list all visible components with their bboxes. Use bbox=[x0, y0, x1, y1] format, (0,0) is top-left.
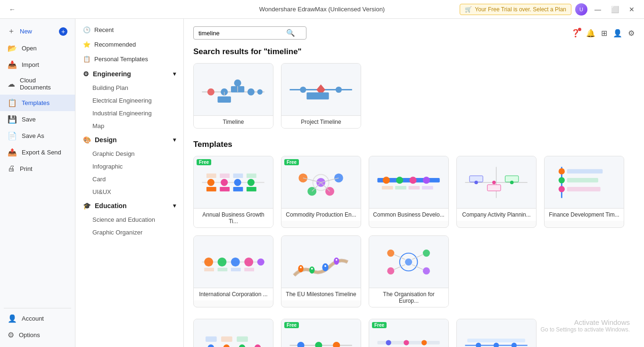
settings-button[interactable]: ⚙ bbox=[628, 29, 635, 38]
template-card-eu-milestones[interactable]: The EU Milestones Timeline bbox=[281, 235, 361, 307]
nav-sub-infographic[interactable]: Infographic bbox=[75, 160, 183, 173]
svg-rect-69 bbox=[218, 267, 228, 271]
save-icon: 💾 bbox=[8, 115, 17, 124]
avatar[interactable]: U bbox=[575, 3, 587, 16]
template-thumb-timeline bbox=[194, 64, 273, 115]
svg-point-53 bbox=[492, 180, 496, 184]
nav-category-education[interactable]: 🎓 Education ▾ bbox=[75, 198, 183, 213]
svg-point-19 bbox=[248, 178, 255, 186]
sidebar-item-open[interactable]: 📂 Open bbox=[0, 40, 75, 56]
svg-rect-46 bbox=[422, 186, 433, 190]
personal-icon: 📋 bbox=[83, 56, 91, 63]
account-icon: 👤 bbox=[8, 314, 17, 323]
svg-point-16 bbox=[207, 178, 215, 186]
template-thumb-international bbox=[194, 236, 273, 288]
template-thumb-annual: Free bbox=[194, 156, 273, 208]
minimize-button[interactable]: — bbox=[591, 3, 604, 16]
grid-button[interactable]: ⊞ bbox=[601, 29, 607, 38]
template-card-international[interactable]: International Corporation ... bbox=[193, 235, 273, 307]
sidebar-item-saveas[interactable]: 📄 Save As bbox=[0, 128, 75, 144]
template-card-annual-business[interactable]: Free bbox=[193, 156, 273, 228]
sidebar-divider bbox=[4, 308, 71, 308]
template-card-free-3[interactable]: Free Business Plan Ti... bbox=[369, 319, 449, 347]
sidebar-item-export[interactable]: 📤 Export & Send bbox=[0, 144, 75, 161]
svg-point-5 bbox=[257, 89, 263, 94]
sidebar-item-import[interactable]: 📥 Import bbox=[0, 56, 75, 73]
svg-point-85 bbox=[423, 267, 430, 274]
nav-recent[interactable]: 🕒 Recent bbox=[75, 23, 183, 37]
nav-sub-industrial[interactable]: Industrial Engineering bbox=[75, 107, 183, 120]
notification-button[interactable]: 🔔 bbox=[586, 29, 595, 38]
svg-point-41 bbox=[410, 177, 417, 184]
import-icon: 📥 bbox=[8, 60, 17, 69]
svg-point-17 bbox=[221, 178, 228, 186]
template-card-organisation[interactable]: The Organisation for Europ... bbox=[369, 235, 449, 307]
template-card-commodity[interactable]: Free Commodity Production En... bbox=[281, 156, 361, 228]
svg-rect-22 bbox=[233, 186, 243, 191]
close-button[interactable]: ✕ bbox=[625, 3, 638, 16]
nav-sub-card[interactable]: Card bbox=[75, 173, 183, 186]
options-icon: ⚙ bbox=[8, 331, 14, 339]
sidebar-item-options[interactable]: ⚙ Options bbox=[0, 327, 75, 343]
sidebar-item-account[interactable]: 👤 Account bbox=[0, 310, 75, 327]
nav-sub-electrical[interactable]: Electrical Engineering bbox=[75, 94, 183, 107]
template-card-travel[interactable]: Travel Industry Ti... bbox=[193, 319, 273, 347]
trial-button[interactable]: 🛒 Your Free Trial is over. Select a Plan bbox=[460, 4, 571, 15]
template-thumb-finance bbox=[545, 156, 624, 208]
left-sidebar: ＋ New + 📂 Open 📥 Import ☁ Cloud Document… bbox=[0, 19, 75, 347]
recent-icon: 🕒 bbox=[83, 26, 91, 33]
template-card-extra[interactable]: Project Plan Ti... bbox=[456, 319, 537, 347]
sidebar-item-save[interactable]: 💾 Save bbox=[0, 111, 75, 128]
nav-category-engineering[interactable]: ⚙ Engineering ▾ bbox=[75, 66, 183, 81]
help-button[interactable]: ❓ bbox=[571, 29, 580, 38]
svg-rect-70 bbox=[231, 267, 241, 271]
svg-rect-14 bbox=[307, 92, 329, 99]
template-card-company-activity[interactable]: Company Activity Plannin... bbox=[456, 156, 537, 228]
maximize-button[interactable]: ⬜ bbox=[608, 3, 621, 16]
sidebar-item-cloud[interactable]: ☁ Cloud Documents bbox=[0, 73, 75, 95]
sidebar-item-new[interactable]: ＋ New + bbox=[0, 23, 75, 40]
sidebar-label-templates: Templates bbox=[22, 99, 50, 106]
nav-sub-map[interactable]: Map bbox=[75, 120, 183, 132]
search-input[interactable] bbox=[198, 30, 283, 37]
export-icon: 📤 bbox=[8, 148, 17, 157]
back-button[interactable]: ← bbox=[6, 3, 19, 16]
template-thumb-eu bbox=[281, 236, 361, 288]
nav-category-design[interactable]: 🎨 Design ▾ bbox=[75, 132, 183, 147]
sidebar-item-print[interactable]: 🖨 Print bbox=[0, 161, 75, 177]
search-box[interactable]: 🔍 bbox=[193, 26, 306, 40]
template-label-organisation: The Organisation for Europ... bbox=[369, 288, 448, 307]
template-card-project-timeline[interactable]: Project Timeline bbox=[281, 63, 361, 129]
design-chevron-icon: ▾ bbox=[173, 137, 176, 143]
template-card-free-2[interactable]: Free Engineering Adju... bbox=[281, 319, 361, 347]
svg-point-64 bbox=[218, 258, 227, 266]
template-label-project-timeline: Project Timeline bbox=[281, 115, 361, 128]
nav-recommended[interactable]: ⭐ Recommended bbox=[75, 37, 183, 52]
template-label-timeline: Timeline bbox=[194, 115, 273, 128]
nav-sub-uiux[interactable]: UI&UX bbox=[75, 186, 183, 198]
nav-sub-science[interactable]: Science and Education bbox=[75, 213, 183, 226]
svg-rect-25 bbox=[220, 173, 230, 178]
svg-rect-97 bbox=[237, 336, 248, 341]
template-label-company-activity: Company Activity Plannin... bbox=[457, 208, 536, 221]
share-button[interactable]: 👤 bbox=[613, 29, 622, 38]
svg-point-99 bbox=[297, 341, 305, 347]
template-label-international: International Corporation ... bbox=[194, 288, 273, 300]
svg-point-108 bbox=[404, 340, 409, 345]
nav-sub-building-plan[interactable]: Building Plan bbox=[75, 81, 183, 94]
template-card-finance[interactable]: Finance Development Tim... bbox=[544, 156, 624, 228]
template-label-common: Common Business Develo... bbox=[369, 208, 448, 221]
nav-sub-graphic-design[interactable]: Graphic Design bbox=[75, 147, 183, 160]
svg-point-66 bbox=[245, 258, 254, 266]
svg-rect-71 bbox=[245, 267, 255, 271]
template-card-timeline[interactable]: Timeline bbox=[193, 63, 273, 129]
sidebar-item-templates[interactable]: 📋 Templates bbox=[0, 95, 75, 111]
template-card-common-business[interactable]: Common Business Develo... bbox=[369, 156, 449, 228]
education-chevron-icon: ▾ bbox=[173, 202, 176, 209]
templates-icon: 📋 bbox=[8, 98, 17, 107]
search-icon[interactable]: 🔍 bbox=[286, 29, 295, 37]
svg-point-4 bbox=[248, 88, 255, 95]
template-thumb-common bbox=[369, 156, 448, 208]
nav-personal-templates[interactable]: 📋 Personal Templates bbox=[75, 52, 183, 66]
nav-sub-graphic-organizer[interactable]: Graphic Organizer bbox=[75, 226, 183, 239]
